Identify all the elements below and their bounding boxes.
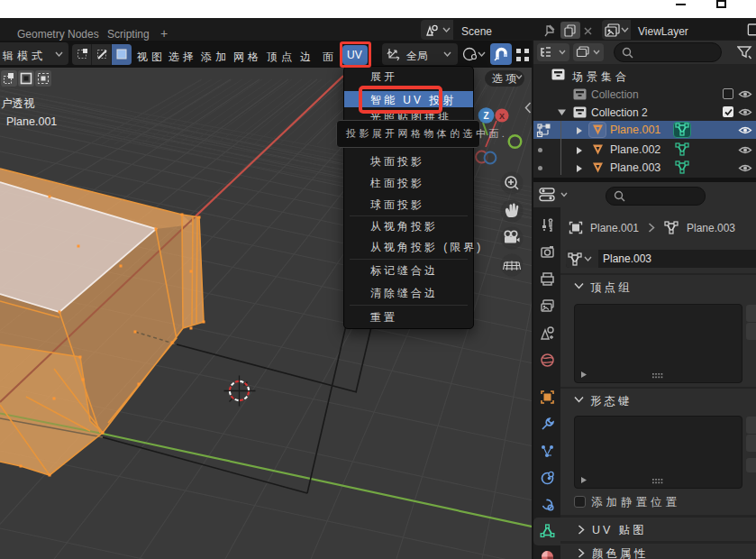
svg-text:选项: 选项 <box>492 72 519 85</box>
svg-text:Z: Z <box>483 111 488 121</box>
svg-text:X: X <box>499 112 505 121</box>
svg-text:户透视: 户透视 <box>1 97 35 110</box>
svg-text:Plane.001: Plane.001 <box>6 115 57 128</box>
